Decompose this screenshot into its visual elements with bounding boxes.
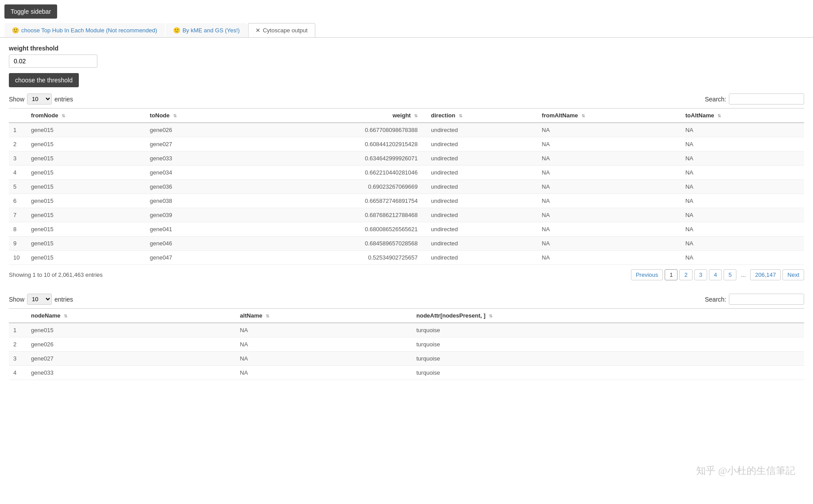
edge-toNode: gene047 xyxy=(145,251,244,265)
edge-toAltName: NA xyxy=(681,222,804,236)
edges-entries-select[interactable]: 10 25 50 100 xyxy=(27,93,52,105)
edges-page-2[interactable]: 2 xyxy=(679,269,692,280)
node-num: 3 xyxy=(9,352,27,366)
edge-num: 9 xyxy=(9,236,27,251)
tab-top-hub[interactable]: 🙂 choose Top Hub In Each Module (Not rec… xyxy=(4,23,165,37)
edge-num: 8 xyxy=(9,222,27,236)
edge-toAltName: NA xyxy=(681,151,804,166)
tab-cytoscape[interactable]: ✕ Cytoscape output xyxy=(248,23,315,37)
nodeattr-sort-icon: ⇅ xyxy=(489,314,492,318)
edge-toAltName: NA xyxy=(681,194,804,208)
edge-weight: 0.662210440281046 xyxy=(244,166,427,180)
node-altName: NA xyxy=(236,352,412,366)
edge-direction: undirected xyxy=(426,194,537,208)
node-num: 4 xyxy=(9,366,27,380)
edges-col-num[interactable] xyxy=(9,109,27,123)
edges-show-controls: Show 10 25 50 100 entries xyxy=(9,93,73,105)
edge-toAltName: NA xyxy=(681,137,804,151)
node-num: 1 xyxy=(9,323,27,337)
edges-table: fromNode ⇅ toNode ⇅ weight ⇅ direction ⇅… xyxy=(9,108,804,265)
edge-weight: 0.608441202915428 xyxy=(244,137,427,151)
table-row: 1 gene015 NA turquoise xyxy=(9,323,804,337)
edges-col-toAltName[interactable]: toAltName ⇅ xyxy=(681,109,804,123)
edge-toNode: gene039 xyxy=(145,208,244,222)
table-row: 10 gene015 gene047 0.52534902725657 undi… xyxy=(9,251,804,265)
edge-direction: undirected xyxy=(426,123,537,137)
tab-cytoscape-label: Cytoscape output xyxy=(263,27,307,34)
edge-fromAltName: NA xyxy=(538,194,681,208)
edges-pagination: Previous 1 2 3 4 5 ... 206,147 Next xyxy=(631,269,804,280)
edge-fromNode: gene015 xyxy=(27,166,145,180)
edge-fromAltName: NA xyxy=(538,180,681,194)
node-altName: NA xyxy=(236,337,412,352)
weight-threshold-input[interactable] xyxy=(9,54,97,68)
edge-direction: undirected xyxy=(426,236,537,251)
edge-weight: 0.634642999926071 xyxy=(244,151,427,166)
edges-prev-btn[interactable]: Previous xyxy=(631,269,663,280)
edge-num: 5 xyxy=(9,180,27,194)
table-row: 3 gene027 NA turquoise xyxy=(9,352,804,366)
edges-search-label: Search: xyxy=(705,96,726,103)
table-row: 6 gene015 gene038 0.665872746891754 undi… xyxy=(9,194,804,208)
table-row: 8 gene015 gene041 0.680086526565621 undi… xyxy=(9,222,804,236)
tab-kme-gs-label: By kME and GS (Yes!) xyxy=(182,27,240,34)
table-row: 2 gene015 gene027 0.608441202915428 undi… xyxy=(9,137,804,151)
edges-page-1[interactable]: 1 xyxy=(665,269,678,280)
table-row: 4 gene033 NA turquoise xyxy=(9,366,804,380)
tab-top-hub-label: choose Top Hub In Each Module (Not recom… xyxy=(21,27,157,34)
nodes-show-label: Show xyxy=(9,296,24,303)
edge-direction: undirected xyxy=(426,166,537,180)
edge-toAltName: NA xyxy=(681,180,804,194)
nodes-show-controls: Show 10 25 50 100 entries xyxy=(9,294,73,305)
main-content: weight threshold choose the threshold Sh… xyxy=(0,38,813,387)
node-nodeName: gene027 xyxy=(27,352,236,366)
edges-col-weight[interactable]: weight ⇅ xyxy=(244,109,427,123)
edges-search-input[interactable] xyxy=(729,93,804,105)
nodes-col-nodeAttr[interactable]: nodeAttr[nodesPresent, ] ⇅ xyxy=(412,309,804,323)
edges-last-page[interactable]: 206,147 xyxy=(750,269,781,280)
edges-col-fromNode[interactable]: fromNode ⇅ xyxy=(27,109,145,123)
edges-page-3[interactable]: 3 xyxy=(694,269,707,280)
edges-col-toNode[interactable]: toNode ⇅ xyxy=(145,109,244,123)
edge-num: 10 xyxy=(9,251,27,265)
direction-sort-icon: ⇅ xyxy=(459,113,462,118)
nodes-search-controls: Search: xyxy=(705,294,804,305)
edge-fromNode: gene015 xyxy=(27,208,145,222)
edge-fromAltName: NA xyxy=(538,251,681,265)
tab-bar: 🙂 choose Top Hub In Each Module (Not rec… xyxy=(0,23,813,38)
choose-threshold-button[interactable]: choose the threshold xyxy=(9,73,79,87)
table-row: 2 gene026 NA turquoise xyxy=(9,337,804,352)
edge-toAltName: NA xyxy=(681,251,804,265)
nodes-table: nodeName ⇅ altName ⇅ nodeAttr[nodesPrese… xyxy=(9,308,804,380)
edges-next-btn[interactable]: Next xyxy=(782,269,804,280)
edge-fromNode: gene015 xyxy=(27,236,145,251)
edge-fromAltName: NA xyxy=(538,151,681,166)
weight-sort-icon: ⇅ xyxy=(414,113,418,118)
edge-toNode: gene038 xyxy=(145,194,244,208)
edges-col-direction[interactable]: direction ⇅ xyxy=(426,109,537,123)
node-nodeAttr: turquoise xyxy=(412,352,804,366)
node-nodeAttr: turquoise xyxy=(412,366,804,380)
nodes-col-nodeName[interactable]: nodeName ⇅ xyxy=(27,309,236,323)
table-row: 3 gene015 gene033 0.634642999926071 undi… xyxy=(9,151,804,166)
table-row: 7 gene015 gene039 0.687686212788468 undi… xyxy=(9,208,804,222)
edge-num: 3 xyxy=(9,151,27,166)
edges-table-header: fromNode ⇅ toNode ⇅ weight ⇅ direction ⇅… xyxy=(9,109,804,123)
edge-num: 1 xyxy=(9,123,27,137)
edge-weight: 0.684589657028568 xyxy=(244,236,427,251)
nodes-col-altName[interactable]: altName ⇅ xyxy=(236,309,412,323)
edge-fromAltName: NA xyxy=(538,222,681,236)
edges-pagination-row: Showing 1 to 10 of 2,061,463 entries Pre… xyxy=(9,265,804,285)
nodes-entries-select[interactable]: 10 25 50 100 xyxy=(27,294,52,305)
nodes-search-input[interactable] xyxy=(729,294,804,305)
edges-page-5[interactable]: 5 xyxy=(724,269,736,280)
nodes-entries-label: entries xyxy=(54,296,73,303)
toggle-sidebar-button[interactable]: Toggle sidebar xyxy=(4,4,57,19)
nodes-col-num[interactable] xyxy=(9,309,27,323)
edges-table-body: 1 gene015 gene026 0.667708098678388 undi… xyxy=(9,123,804,265)
edges-col-fromAltName[interactable]: fromAltName ⇅ xyxy=(538,109,681,123)
tab-kme-gs[interactable]: 🙂 By kME and GS (Yes!) xyxy=(166,23,248,37)
edges-table-controls: Show 10 25 50 100 entries Search: xyxy=(9,93,804,105)
edges-page-4[interactable]: 4 xyxy=(709,269,722,280)
edges-page-ellipsis: ... xyxy=(738,270,748,280)
